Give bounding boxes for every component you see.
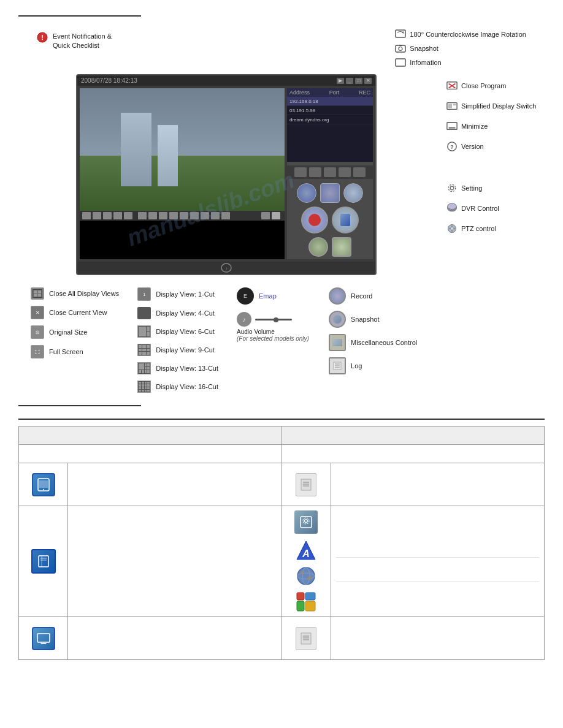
- setting-label: Setting: [461, 184, 482, 192]
- dvr-ctrl-min[interactable]: _: [346, 78, 353, 84]
- ch-ctrl-4[interactable]: [339, 167, 351, 177]
- pb-btn-9[interactable]: [169, 212, 178, 219]
- dvr-func-row2: [289, 207, 370, 233]
- svg-text:♪: ♪: [225, 266, 228, 271]
- table-row1-desc1: [68, 463, 282, 506]
- simplified-display-icon: [446, 100, 458, 112]
- dvr-titlebar: 2008/07/28 18:42:13 ▶ _ □ ✕: [77, 75, 375, 86]
- svg-rect-54: [297, 601, 304, 611]
- dvr-func-btn-camera[interactable]: [320, 183, 340, 203]
- dvr-main-camera-view: [80, 88, 285, 259]
- table-header-right: [282, 427, 545, 445]
- snapshot-icon[interactable]: [329, 311, 346, 328]
- pb-btn-10[interactable]: [180, 212, 188, 219]
- dvr-channel-row-1[interactable]: 192.168.0.18: [287, 97, 373, 106]
- pb-btn-12[interactable]: [201, 212, 209, 219]
- dvr-func-btn-setting[interactable]: [297, 183, 316, 203]
- pb-btn-14[interactable]: [221, 212, 230, 219]
- snapshot-item: Snapshot: [395, 43, 526, 54]
- table-row2-icon2: A: [282, 506, 331, 617]
- dvr-ctrl-close[interactable]: ✕: [364, 78, 372, 84]
- svg-rect-38: [39, 556, 48, 567]
- pb-btn-11[interactable]: [190, 212, 199, 219]
- ch-ctrl-3[interactable]: [324, 167, 336, 177]
- pb-btn-6[interactable]: [138, 212, 147, 219]
- dvr-func-btn-ptz[interactable]: [308, 237, 328, 257]
- close-program-label: Close Program: [461, 82, 506, 89]
- misc-control-item: Miscellaneous Control: [329, 334, 417, 351]
- display-6cut-label: Display View: 6-Cut: [156, 328, 215, 335]
- blue-tablet-icon: [32, 473, 55, 496]
- display-9cut-icon: [137, 344, 151, 356]
- dvr-channel-row-2[interactable]: 03.191.5.98: [287, 106, 373, 115]
- table-row2-desc1: [68, 506, 282, 617]
- table-row-3: [19, 617, 545, 660]
- svg-rect-2: [396, 30, 405, 37]
- table-subheader-right: [282, 445, 545, 463]
- dvr-dial-playback[interactable]: [332, 207, 359, 233]
- pb-btn-2[interactable]: [93, 212, 101, 219]
- volume-slider[interactable]: [255, 319, 292, 320]
- dvr-control-label: DVR Control: [461, 205, 499, 212]
- svg-point-44: [303, 518, 309, 524]
- ch-ctrl-5[interactable]: [353, 167, 366, 177]
- dvr-channel-row-3[interactable]: dream.dyndns.org: [287, 115, 373, 124]
- controls-col3: E Emap ♪ Audio Volume: [237, 287, 310, 342]
- version-item: ? Version: [446, 141, 545, 152]
- pb-btn-5[interactable]: [124, 212, 132, 219]
- dvr-func-btn-audio[interactable]: [343, 183, 363, 203]
- right-button-annotations: Close Program Simplified Display Switch: [446, 74, 545, 275]
- pb-btn-13[interactable]: [211, 212, 220, 219]
- svg-rect-32: [39, 480, 48, 488]
- table-row3-desc2: [331, 617, 545, 660]
- ch-ctrl-1[interactable]: [294, 167, 307, 177]
- document-icon: [296, 473, 316, 496]
- pb-btn-3[interactable]: [103, 212, 112, 219]
- rotation-icon: [395, 29, 406, 40]
- close-program-icon: [446, 80, 458, 91]
- svg-rect-51: [308, 577, 312, 580]
- record-icon[interactable]: [329, 287, 346, 305]
- audio-icon[interactable]: ♪: [237, 312, 251, 327]
- log-icon[interactable]: [329, 357, 346, 374]
- dvr-dial-record[interactable]: [301, 207, 328, 233]
- pb-btn-4[interactable]: [113, 212, 122, 219]
- simplified-display-item: Simplified Display Switch: [446, 100, 545, 112]
- emap-icon[interactable]: E: [237, 287, 254, 305]
- dvr-right-panel: AddressPortREC 192.168.0.18 03.191.5.98 …: [287, 88, 373, 259]
- dvr-func-btn-misc[interactable]: [332, 237, 351, 257]
- snapshot-top-icon: [395, 43, 406, 54]
- controls-section: Close All Display Views ✕ Close Current …: [18, 281, 545, 399]
- pb-speaker[interactable]: [272, 212, 280, 219]
- svg-rect-59: [301, 633, 311, 644]
- svg-rect-53: [305, 593, 315, 600]
- dvr-speaker-icon: ♪: [220, 263, 232, 273]
- dvr-ctrl-max[interactable]: □: [355, 78, 362, 84]
- misc-control-icon[interactable]: [329, 334, 346, 351]
- pb-back[interactable]: [261, 212, 270, 219]
- svg-point-43: [305, 520, 308, 523]
- ptz-control-label: PTZ control: [461, 225, 496, 232]
- letter-a-icon-wrap: A: [295, 539, 317, 561]
- blue-book-icon: [31, 549, 56, 574]
- minimize-icon: [446, 121, 458, 132]
- record-label: Record: [351, 292, 372, 300]
- dvr-ctrl-record[interactable]: ▶: [337, 78, 344, 84]
- ch-ctrl-2[interactable]: [309, 167, 321, 177]
- pb-btn-8[interactable]: [159, 212, 167, 219]
- display-1cut-item: 1 Display View: 1-Cut: [137, 287, 218, 301]
- audio-section: ♪ Audio Volume (For selected models only…: [237, 312, 309, 342]
- svg-point-21: [448, 184, 455, 191]
- display-13cut-item: Display View: 13-Cut: [137, 362, 218, 374]
- svg-point-5: [399, 47, 402, 51]
- table-row2-icon1: [19, 506, 68, 617]
- svg-rect-52: [297, 593, 304, 600]
- svg-point-26: [451, 227, 454, 230]
- display-16cut-label: Display View: 16-Cut: [156, 383, 218, 390]
- dvr-channel-controls: [287, 165, 373, 179]
- pb-btn-1[interactable]: [82, 212, 91, 219]
- log-item: Log: [329, 357, 417, 374]
- dvr-channel-header: AddressPortREC: [287, 88, 373, 97]
- pb-btn-7[interactable]: [148, 212, 157, 219]
- screen-icon: [32, 627, 55, 650]
